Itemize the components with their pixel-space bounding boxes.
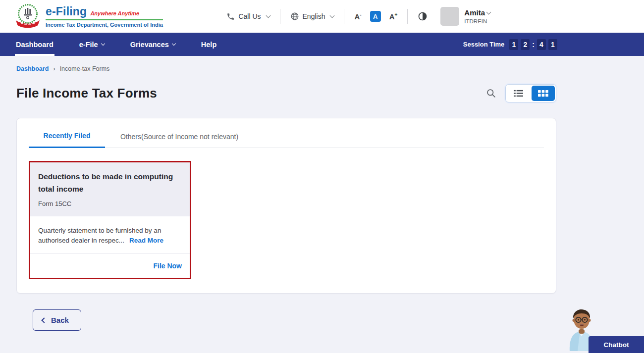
forms-tabs: Recently Filed Others(Source of Income n… xyxy=(29,118,544,148)
form-card-body: Quarterly statement to be furnished by a… xyxy=(30,216,190,254)
search-button[interactable] xyxy=(486,88,496,99)
top-header: e-Filing Anywhere Anytime Income Tax Dep… xyxy=(0,0,644,33)
brand-name: e-Filing xyxy=(46,5,87,18)
globe-icon xyxy=(290,12,299,21)
session-digit: 4 xyxy=(537,39,546,50)
read-more-link[interactable]: Read More xyxy=(129,237,163,244)
contrast-icon xyxy=(418,11,428,21)
list-view-icon xyxy=(514,89,523,98)
page-title: File Income Tax Forms xyxy=(16,86,157,101)
form-card-15cc[interactable]: Deductions to be made in computing total… xyxy=(29,161,191,279)
grid-view-button[interactable] xyxy=(532,86,555,101)
form-card-form-number: Form 15CC xyxy=(38,200,182,207)
header-divider xyxy=(344,9,344,24)
language-menu[interactable]: English xyxy=(290,12,334,21)
logo-divider xyxy=(46,19,163,20)
session-timer: Session Time 1 2 : 4 1 xyxy=(463,33,557,56)
breadcrumb: Dashboard › Income-tax Forms xyxy=(16,65,556,72)
breadcrumb-dashboard-link[interactable]: Dashboard xyxy=(16,65,49,72)
user-name: Amita xyxy=(464,8,485,17)
session-colon: : xyxy=(532,41,535,49)
header-divider xyxy=(407,9,408,24)
user-menu[interactable]: Amita ITDREIN xyxy=(440,7,490,26)
grid-view-icon xyxy=(538,90,548,97)
chevron-down-icon xyxy=(172,42,176,46)
chevron-left-icon xyxy=(41,317,47,323)
list-view-button[interactable] xyxy=(507,86,530,101)
tab-recently-filed[interactable]: Recently Filed xyxy=(29,132,105,148)
session-digit: 2 xyxy=(521,39,530,50)
contrast-toggle[interactable] xyxy=(418,11,428,21)
language-label: English xyxy=(303,12,325,20)
income-tax-emblem-icon xyxy=(15,2,41,30)
form-card-footer: File Now xyxy=(30,254,190,278)
nav-grievances[interactable]: Grievances xyxy=(130,33,175,56)
session-digit: 1 xyxy=(548,39,557,50)
file-now-link[interactable]: File Now xyxy=(153,262,182,270)
breadcrumb-current: Income-tax Forms xyxy=(60,65,110,72)
chatbot-button[interactable]: Chatbot xyxy=(589,336,644,353)
user-id: ITDREIN xyxy=(464,18,490,24)
call-us-menu[interactable]: Call Us xyxy=(226,12,269,21)
nav-dashboard[interactable]: Dashboard xyxy=(16,33,54,56)
form-card-title: Deductions to be made in computing total… xyxy=(38,171,182,196)
back-button[interactable]: Back xyxy=(33,309,81,331)
chevron-down-icon xyxy=(486,9,491,14)
main-navbar: Dashboard e-File Grievances Help Session… xyxy=(0,33,644,56)
nav-help[interactable]: Help xyxy=(201,33,216,56)
font-increase-button[interactable]: A+ xyxy=(389,12,398,21)
tab-others[interactable]: Others(Source of Income not relevant) xyxy=(120,133,238,148)
session-time-label: Session Time xyxy=(463,41,505,48)
nav-efile[interactable]: e-File xyxy=(79,33,105,56)
brand-subtitle: Income Tax Department, Government of Ind… xyxy=(46,22,163,28)
session-digit: 1 xyxy=(509,39,518,50)
font-decrease-button[interactable]: A- xyxy=(354,12,361,21)
brand-tagline: Anywhere Anytime xyxy=(90,10,139,16)
header-divider xyxy=(280,9,280,24)
font-size-controls: A- A A+ xyxy=(354,11,397,22)
phone-icon xyxy=(226,12,235,21)
chevron-down-icon xyxy=(330,13,335,18)
chevron-down-icon xyxy=(101,42,105,46)
avatar xyxy=(440,7,459,26)
back-button-label: Back xyxy=(51,316,69,324)
call-us-label: Call Us xyxy=(238,12,261,20)
form-card-header: Deductions to be made in computing total… xyxy=(30,162,190,216)
chevron-down-icon xyxy=(266,13,270,18)
search-icon xyxy=(486,88,496,99)
chatbot-label: Chatbot xyxy=(604,341,629,349)
view-toggle xyxy=(505,84,556,102)
efiling-logo[interactable]: e-Filing Anywhere Anytime Income Tax Dep… xyxy=(15,2,163,30)
font-normal-button[interactable]: A xyxy=(370,11,381,22)
breadcrumb-separator: › xyxy=(53,65,55,72)
forms-panel: Recently Filed Others(Source of Income n… xyxy=(16,118,556,294)
